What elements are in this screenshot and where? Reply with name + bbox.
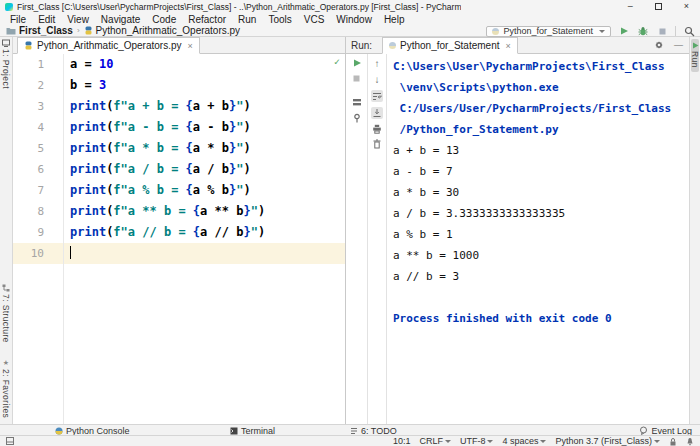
menu-vcs[interactable]: VCS [298, 14, 331, 25]
menu-tools[interactable]: Tools [262, 14, 297, 25]
rerun-button[interactable] [352, 58, 362, 68]
run-tab-close-icon[interactable]: × [506, 41, 511, 51]
indent-select[interactable]: 4 spaces [502, 436, 546, 446]
maximize-button[interactable] [655, 3, 662, 10]
code-line[interactable]: 7print(f"a % b = {a % b}") [13, 180, 345, 201]
python-console-icon [55, 427, 63, 435]
stop-process-button[interactable] [352, 74, 361, 83]
menu-file[interactable]: File [4, 14, 32, 25]
run-tab[interactable]: Python_for_Statement × [382, 37, 518, 54]
encoding-select[interactable]: UTF-8 [460, 436, 494, 446]
toolbar-separator [675, 26, 676, 36]
settings-button[interactable] [654, 40, 664, 50]
code-line[interactable]: 5print(f"a * b = {a * b}") [13, 138, 345, 159]
pycharm-logo-icon [5, 3, 13, 11]
code-line[interactable]: 6print(f"a / b = {a / b}") [13, 159, 345, 180]
tool-button-project[interactable]: 1: Project [0, 37, 12, 91]
soft-wrap-button[interactable] [371, 90, 383, 102]
editor-tab-bar: Python_Arithmatic_Operators.py × [13, 37, 345, 54]
play-icon [352, 58, 362, 68]
menu-refactor[interactable]: Refactor [182, 14, 232, 25]
breadcrumb-project[interactable]: First_Class [6, 25, 73, 36]
tab-close-icon[interactable]: × [188, 41, 193, 51]
search-everywhere-button[interactable] [683, 25, 695, 37]
tool-button-favorites[interactable]: ★ 2: Favorites [1, 357, 11, 420]
bell-icon [686, 437, 694, 446]
debug-button[interactable] [637, 25, 649, 37]
code-line[interactable]: 3print(f"a + b = {a + b}") [13, 96, 345, 117]
pin-icon [352, 113, 362, 123]
menu-view[interactable]: View [61, 14, 95, 25]
play-icon [619, 26, 629, 36]
print-button[interactable] [372, 124, 382, 134]
code-line[interactable]: 9print(f"a // b = {a // b}") [13, 222, 345, 243]
terminal-icon [230, 427, 238, 435]
close-button[interactable]: × [684, 2, 689, 11]
run-tool-window: Run: Python_for_Statement × — [345, 37, 689, 424]
menu-edit[interactable]: Edit [32, 14, 61, 25]
console-line: \venv\Scripts\python.exe [393, 77, 689, 98]
code-text: b = 3 [54, 75, 106, 96]
code-line[interactable]: 4print(f"a - b = {a - b}") [13, 117, 345, 138]
line-separator-select[interactable]: CRLF [419, 436, 451, 446]
menu-navigate[interactable]: Navigate [95, 14, 146, 25]
run-tab-icon [389, 42, 396, 49]
menu-items: FileEditViewNavigateCodeRefactorRunTools… [4, 14, 410, 25]
tool-button-structure[interactable]: 7: Structure [1, 282, 11, 345]
console-line [393, 287, 689, 308]
notifications-button[interactable] [686, 437, 694, 446]
run-toolbar: Python_for_Statement [486, 25, 695, 37]
menu-window[interactable]: Window [330, 14, 378, 25]
layout-icon [352, 97, 362, 107]
code-editor[interactable]: ✓ 1a = 102b = 33print(f"a + b = {a + b}"… [13, 54, 345, 424]
title-bar: First_Class [C:\Users\User\PycharmProjec… [0, 0, 700, 13]
toolwindow-switcher-icon[interactable] [6, 437, 14, 445]
hide-panel-button[interactable]: — [674, 42, 683, 48]
stop-button[interactable] [656, 25, 668, 37]
console-line: a / b = 3.3333333333333335 [393, 203, 689, 224]
tool-button-run[interactable]: Run [691, 39, 699, 72]
readonly-lock-button[interactable] [669, 437, 677, 446]
line-number: 9 [13, 222, 54, 243]
code-text: print(f"a % b = {a % b}") [54, 180, 251, 201]
menu-help[interactable]: Help [378, 14, 411, 25]
line-number: 6 [13, 159, 54, 180]
run-configuration-select[interactable]: Python_for_Statement [486, 26, 611, 37]
line-number: 1 [13, 54, 54, 75]
editor-pane: Python_Arithmatic_Operators.py × ✓ 1a = … [13, 37, 345, 424]
console-line: a ** b = 1000 [393, 245, 689, 266]
lock-icon [669, 437, 677, 446]
console-line: a + b = 13 [393, 140, 689, 161]
run-button[interactable] [618, 25, 630, 37]
restore-layout-button[interactable] [352, 97, 362, 107]
line-number: 2 [13, 75, 54, 96]
menu-code[interactable]: Code [146, 14, 182, 25]
star-icon: ★ [3, 359, 9, 367]
interpreter-select[interactable]: Python 3.7 (First_Class) [555, 436, 660, 446]
console-output[interactable]: C:\Users\User\PycharmProjects\First_Clas… [387, 54, 689, 424]
pin-tab-button[interactable] [352, 113, 362, 123]
breadcrumb-file[interactable]: Python_Arithmatic_Operators.py [84, 25, 241, 36]
menu-bar: FileEditViewNavigateCodeRefactorRunTools… [0, 13, 700, 25]
print-icon [372, 124, 382, 134]
todo-icon [350, 427, 358, 435]
code-text: print(f"a * b = {a * b}") [54, 138, 251, 159]
clear-console-button[interactable] [372, 139, 382, 149]
console-line: a // b = 3 [393, 266, 689, 287]
menu-run[interactable]: Run [232, 14, 262, 25]
code-line[interactable]: 1a = 10 [13, 54, 345, 75]
minimize-button[interactable]: – [628, 2, 633, 11]
line-number: 3 [13, 96, 54, 117]
code-line[interactable]: 10 [13, 243, 345, 264]
editor-tab[interactable]: Python_Arithmatic_Operators.py × [17, 37, 200, 54]
folder-icon [6, 26, 16, 35]
code-line[interactable]: 8print(f"a ** b = {a ** b}") [13, 201, 345, 222]
stop-icon [352, 74, 361, 83]
prev-occurrence-button[interactable]: ↑ [375, 58, 380, 69]
code-line[interactable]: 2b = 3 [13, 75, 345, 96]
play-icon [692, 42, 699, 49]
caret-position[interactable]: 10:1 [393, 436, 411, 446]
next-occurrence-button[interactable]: ↓ [375, 74, 380, 85]
scroll-to-end-button[interactable] [371, 107, 383, 119]
gear-icon [654, 40, 664, 50]
